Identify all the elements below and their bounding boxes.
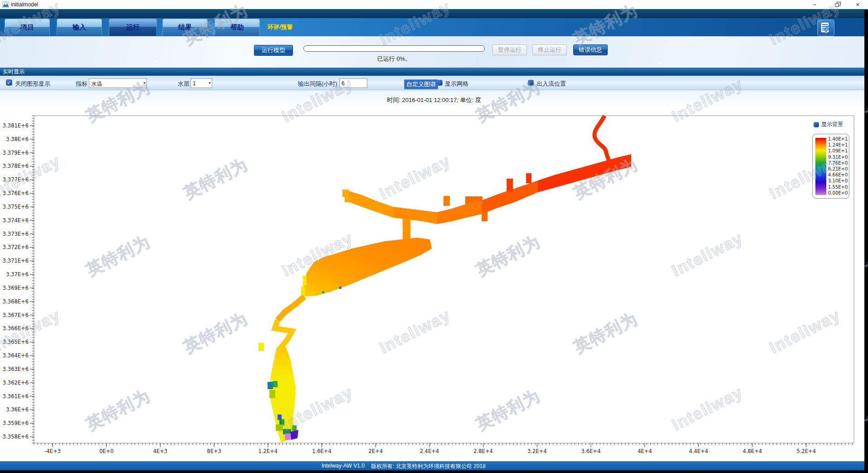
show-grid-label: 显示网格: [445, 80, 468, 88]
x-tick-label: 2E+4: [368, 448, 383, 454]
layer-value: 1: [193, 80, 196, 87]
pause-run-button[interactable]: 暂停运行: [493, 44, 527, 55]
interval-label: 输出间隔(小时): [298, 80, 337, 88]
plot-area: 3.381E+63.38E+63.379E+63.378E+63.377E+63…: [0, 107, 868, 461]
x-tick-label: 3.6E+4: [581, 448, 601, 454]
legend-value: 4.66E+0: [828, 172, 848, 178]
y-tick-label: 3.375E+6: [3, 204, 29, 210]
y-tick-label: 3.374E+6: [3, 217, 29, 224]
y-tick-label: 3.361E+6: [3, 393, 29, 400]
show-background-checkbox[interactable]: [814, 122, 819, 127]
run-panel: 运行模型 已运行 0%。 暂停运行 终止运行 错误信息: [0, 36, 868, 68]
chevron-down-icon: ▾: [143, 80, 146, 85]
x-tick-label: 2.4E+4: [420, 448, 439, 454]
edit-notes-button[interactable]: [817, 20, 834, 36]
show-grid-checkbox[interactable]: [437, 80, 443, 86]
y-tick-label: 3.362E+6: [3, 380, 29, 386]
tab-运行[interactable]: 运行: [109, 19, 157, 36]
interval-input[interactable]: [339, 78, 367, 88]
layer-label: 水层: [178, 80, 190, 88]
realtime-display-header: 实时显示: [0, 68, 868, 76]
model-plot: 3.381E+63.38E+63.379E+63.378E+63.377E+63…: [0, 107, 868, 461]
y-tick-label: 3.366E+6: [3, 325, 29, 332]
app-icon: [2, 1, 9, 8]
x-tick-label: 3.2E+4: [527, 448, 547, 454]
y-tick-label: 3.368E+6: [3, 298, 29, 305]
x-tick-label: 4.8E+4: [743, 448, 762, 454]
legend-value: 6.21E+0: [828, 166, 848, 172]
y-tick-label: 3.37E+6: [6, 271, 29, 278]
y-tick-label: 3.376E+6: [3, 190, 29, 196]
title-bar: initialmodel – ×: [0, 0, 868, 9]
x-tick-label: 4E+4: [638, 448, 652, 454]
run-model-button[interactable]: 运行模型: [254, 45, 293, 56]
x-tick-label: -4E+3: [44, 448, 61, 454]
tab-结果[interactable]: 结果: [162, 19, 208, 36]
y-tick-label: 3.36E+6: [6, 406, 29, 413]
y-tick-label: 3.369E+6: [3, 285, 29, 291]
document-pencil-icon: [820, 22, 832, 34]
window-right-edge: [864, 10, 868, 473]
minimize-button[interactable]: –: [807, 0, 822, 9]
y-tick-label: 3.378E+6: [3, 163, 29, 169]
window-title: initialmodel: [11, 1, 38, 8]
restore-button[interactable]: [834, 2, 843, 8]
legend-value: 1.55E+0: [828, 184, 848, 190]
y-tick-label: 3.373E+6: [3, 231, 29, 237]
copyright-text: 版权所有: 北京英特利为环境科技有限公司 2018: [371, 463, 486, 470]
legend-value: 1.09E+1: [828, 148, 848, 154]
y-tick-label: 3.371E+6: [3, 258, 29, 264]
legend-value: 9.31E+0: [828, 154, 848, 160]
legend-value: 1.24E+1: [828, 142, 848, 148]
legend-values: 1.40E+11.24E+11.09E+19.31E+07.76E+06.21E…: [828, 136, 848, 196]
tab-帮助[interactable]: 帮助: [215, 19, 260, 36]
y-tick-label: 3.381E+6: [3, 122, 29, 129]
close-button[interactable]: ×: [850, 0, 865, 9]
x-tick-label: 8E+3: [207, 448, 221, 454]
custom-palette-button[interactable]: 自定义图谱: [404, 79, 438, 89]
tab-context[interactable]: 环评/预警: [268, 18, 293, 36]
app-window: initialmodel – × 项目输入运行结果帮助 环评/预警 运行模型 已…: [0, 0, 868, 473]
inout-flow-label: 出入流位置: [536, 80, 566, 88]
x-tick-label: 0E+0: [99, 448, 114, 454]
time-bar: 时间: 2016-01-01 12:00:17; 单位: 度: [0, 90, 868, 107]
y-tick-label: 3.358E+6: [3, 434, 29, 440]
x-tick-label: 1.6E+4: [312, 448, 332, 454]
indicator-select[interactable]: 水温 ▾: [89, 78, 147, 88]
check-icon: ✓: [7, 80, 11, 85]
indicator-value: 水温: [91, 80, 102, 88]
legend: 1.40E+11.24E+11.09E+19.31E+07.76E+06.21E…: [812, 134, 849, 199]
y-tick-label: 3.377E+6: [3, 176, 29, 183]
legend-value: 3.10E+0: [828, 178, 848, 184]
x-tick-label: 4.4E+4: [689, 448, 708, 454]
window-bottom-edge: [0, 470, 868, 473]
x-tick-label: 2.8E+4: [473, 448, 493, 454]
tab-项目[interactable]: 项目: [5, 19, 50, 36]
y-tick-label: 3.367E+6: [3, 312, 29, 318]
plot-axes: 3.381E+63.38E+63.379E+63.378E+63.377E+63…: [3, 116, 854, 454]
app-version: Intelway-AW V1.0: [322, 463, 365, 469]
y-tick-label: 3.38E+6: [6, 136, 29, 142]
inout-flow-checkbox[interactable]: [528, 80, 534, 86]
error-info-button[interactable]: 错误信息: [573, 44, 608, 55]
close-graphics-label: 关闭图形显示: [15, 80, 50, 88]
progress-bar: [303, 45, 485, 52]
indicator-label: 指标: [76, 80, 88, 88]
time-unit-text: 时间: 2016-01-01 12:00:17; 单位: 度: [0, 96, 868, 104]
run-status-text: 已运行 0%。: [349, 55, 439, 63]
y-tick-label: 3.364E+6: [3, 352, 29, 359]
y-tick-label: 3.363E+6: [3, 366, 29, 372]
y-tick-label: 3.379E+6: [3, 150, 29, 156]
y-tick-label: 3.365E+6: [3, 339, 29, 345]
nav-strip: [0, 9, 868, 18]
model-heatmap: [258, 116, 631, 443]
close-graphics-checkbox[interactable]: ✓: [6, 79, 12, 86]
tab-输入[interactable]: 输入: [57, 19, 102, 36]
display-toolbar: ✓ 关闭图形显示 指标 水温 ▾ 水层 1 ▾ 输出间隔(小时) 自定义图谱 显…: [0, 76, 868, 90]
y-tick-label: 3.372E+6: [3, 244, 29, 250]
layer-select[interactable]: 1 ▾: [190, 78, 212, 88]
y-tick-label: 3.359E+6: [3, 420, 29, 426]
legend-value: 1.40E+1: [828, 136, 848, 142]
stop-run-button[interactable]: 终止运行: [532, 44, 567, 55]
legend-colorbar: [815, 138, 826, 195]
